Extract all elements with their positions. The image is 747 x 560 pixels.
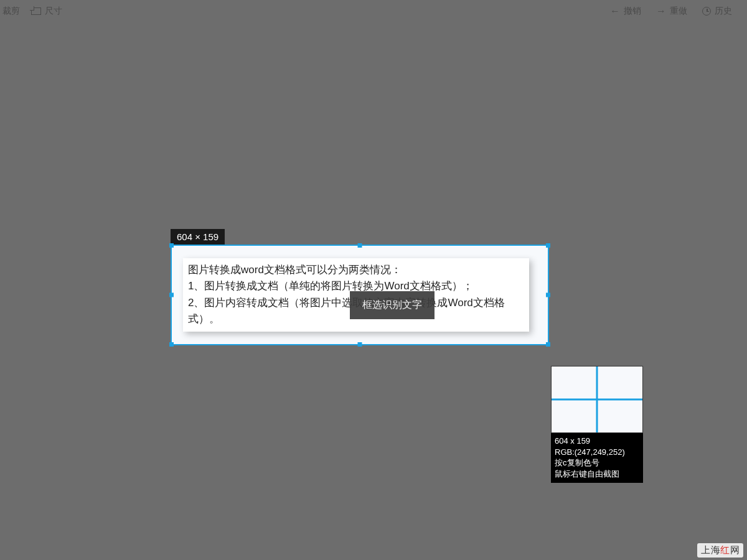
resize-handle-middle-left[interactable] [169, 293, 174, 297]
toolbar: 裁剪 尺寸 ← 撤销 → 重做 历史 [0, 0, 747, 22]
history-label: 历史 [715, 6, 732, 17]
size-label: 尺寸 [45, 6, 62, 17]
resize-handle-top-right[interactable] [546, 243, 550, 248]
watermark-part2: 红 [720, 544, 730, 555]
resize-handle-bottom-left[interactable] [169, 342, 174, 347]
clock-icon [702, 7, 711, 16]
undo-button[interactable]: ← 撤销 [610, 6, 641, 17]
toolbar-left: 裁剪 尺寸 [0, 6, 62, 17]
resize-handle-top-middle[interactable] [358, 243, 362, 248]
resize-handle-bottom-right[interactable] [546, 342, 550, 347]
size-icon [31, 7, 41, 15]
watermark-part1: 上海 [701, 544, 720, 555]
ocr-tooltip: 框选识别文字 [350, 291, 435, 319]
captured-line-1: 图片转换成word文档格式可以分为两类情况： [188, 262, 524, 278]
redo-label: 重做 [670, 6, 687, 17]
magnifier-hint-copy: 按c复制色号 [555, 457, 639, 469]
arrow-left-icon: ← [610, 6, 620, 16]
history-button[interactable]: 历史 [702, 6, 732, 17]
arrow-right-icon: → [656, 6, 666, 16]
magnifier-hint-rightclick: 鼠标右键自由截图 [555, 469, 639, 480]
resize-handle-bottom-middle[interactable] [358, 342, 362, 347]
selection-dimensions-badge: 604 × 159 [171, 229, 225, 245]
watermark-part3: 网 [730, 544, 740, 555]
watermark: 上海红网 [697, 543, 743, 558]
undo-label: 撤销 [624, 6, 641, 17]
magnifier-dimensions: 604 x 159 [555, 436, 639, 447]
resize-handle-top-left[interactable] [169, 243, 174, 248]
toolbar-right: ← 撤销 → 重做 历史 [610, 6, 747, 17]
crop-label: 裁剪 [2, 6, 20, 17]
magnifier-info: 604 x 159 RGB:(247,249,252) 按c复制色号 鼠标右键自… [551, 433, 643, 483]
magnifier-preview [551, 366, 643, 433]
magnifier-rgb: RGB:(247,249,252) [555, 447, 639, 458]
crop-button[interactable]: 裁剪 [2, 6, 20, 17]
resize-handle-middle-right[interactable] [546, 293, 550, 297]
magnifier-panel: 604 x 159 RGB:(247,249,252) 按c复制色号 鼠标右键自… [551, 366, 643, 483]
size-button[interactable]: 尺寸 [31, 6, 62, 17]
redo-button[interactable]: → 重做 [656, 6, 687, 17]
